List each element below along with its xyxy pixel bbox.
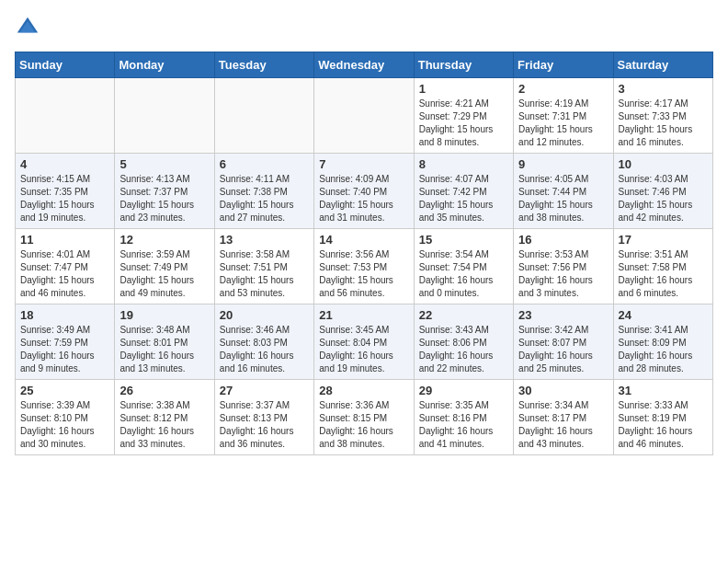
calendar-cell: 15Sunrise: 3:54 AM Sunset: 7:54 PM Dayli… — [414, 229, 513, 304]
day-detail: Sunrise: 3:59 AM Sunset: 7:49 PM Dayligh… — [119, 248, 209, 300]
day-number: 5 — [119, 157, 209, 171]
weekday-header-saturday: Saturday — [613, 52, 712, 78]
day-number: 30 — [518, 384, 608, 397]
week-row-4: 25Sunrise: 3:39 AM Sunset: 8:10 PM Dayli… — [16, 380, 713, 455]
day-number: 15 — [419, 233, 508, 247]
calendar-cell: 20Sunrise: 3:46 AM Sunset: 8:03 PM Dayli… — [214, 304, 313, 380]
day-number: 17 — [619, 233, 708, 247]
day-detail: Sunrise: 3:33 AM Sunset: 8:19 PM Dayligh… — [619, 399, 708, 451]
day-detail: Sunrise: 3:36 AM Sunset: 8:15 PM Dayligh… — [319, 399, 408, 451]
calendar-cell — [214, 78, 313, 154]
day-detail: Sunrise: 3:48 AM Sunset: 8:01 PM Dayligh… — [119, 324, 209, 375]
day-number: 4 — [20, 157, 109, 171]
day-number: 1 — [419, 82, 508, 96]
calendar-cell: 19Sunrise: 3:48 AM Sunset: 8:01 PM Dayli… — [115, 304, 214, 380]
day-detail: Sunrise: 3:37 AM Sunset: 8:13 PM Dayligh… — [220, 399, 309, 451]
day-detail: Sunrise: 3:45 AM Sunset: 8:04 PM Dayligh… — [319, 324, 408, 375]
day-number: 26 — [119, 384, 209, 397]
calendar-cell: 28Sunrise: 3:36 AM Sunset: 8:15 PM Dayli… — [314, 380, 414, 455]
calendar-cell — [314, 78, 414, 154]
day-detail: Sunrise: 3:46 AM Sunset: 8:03 PM Dayligh… — [220, 324, 309, 375]
day-number: 31 — [619, 384, 708, 397]
calendar-cell: 3Sunrise: 4:17 AM Sunset: 7:33 PM Daylig… — [613, 78, 712, 154]
day-number: 2 — [518, 82, 608, 96]
calendar-cell: 6Sunrise: 4:11 AM Sunset: 7:38 PM Daylig… — [214, 154, 313, 229]
weekday-header-thursday: Thursday — [414, 52, 513, 78]
day-number: 28 — [319, 384, 408, 397]
calendar-cell: 30Sunrise: 3:34 AM Sunset: 8:17 PM Dayli… — [514, 380, 613, 455]
calendar: SundayMondayTuesdayWednesdayThursdayFrid… — [15, 52, 713, 455]
day-detail: Sunrise: 3:54 AM Sunset: 7:54 PM Dayligh… — [419, 248, 508, 300]
day-detail: Sunrise: 3:35 AM Sunset: 8:16 PM Dayligh… — [419, 399, 508, 451]
day-detail: Sunrise: 4:17 AM Sunset: 7:33 PM Dayligh… — [619, 98, 708, 149]
week-row-1: 4Sunrise: 4:15 AM Sunset: 7:35 PM Daylig… — [16, 154, 713, 229]
day-detail: Sunrise: 3:56 AM Sunset: 7:53 PM Dayligh… — [319, 248, 408, 300]
day-number: 3 — [619, 82, 708, 96]
day-number: 19 — [119, 308, 209, 322]
day-number: 20 — [220, 308, 309, 322]
day-detail: Sunrise: 3:53 AM Sunset: 7:56 PM Dayligh… — [518, 248, 608, 300]
day-detail: Sunrise: 3:34 AM Sunset: 8:17 PM Dayligh… — [518, 399, 608, 451]
calendar-cell: 22Sunrise: 3:43 AM Sunset: 8:06 PM Dayli… — [414, 304, 513, 380]
calendar-cell: 12Sunrise: 3:59 AM Sunset: 7:49 PM Dayli… — [115, 229, 214, 304]
week-row-3: 18Sunrise: 3:49 AM Sunset: 7:59 PM Dayli… — [16, 304, 713, 380]
calendar-cell: 7Sunrise: 4:09 AM Sunset: 7:40 PM Daylig… — [314, 154, 414, 229]
calendar-cell: 17Sunrise: 3:51 AM Sunset: 7:58 PM Dayli… — [613, 229, 712, 304]
calendar-cell: 24Sunrise: 3:41 AM Sunset: 8:09 PM Dayli… — [613, 304, 712, 380]
day-detail: Sunrise: 3:49 AM Sunset: 7:59 PM Dayligh… — [20, 324, 109, 375]
day-detail: Sunrise: 3:39 AM Sunset: 8:10 PM Dayligh… — [20, 399, 109, 451]
day-number: 7 — [319, 157, 408, 171]
day-detail: Sunrise: 3:38 AM Sunset: 8:12 PM Dayligh… — [119, 399, 209, 451]
day-number: 16 — [518, 233, 608, 247]
calendar-cell: 16Sunrise: 3:53 AM Sunset: 7:56 PM Dayli… — [514, 229, 613, 304]
calendar-cell: 31Sunrise: 3:33 AM Sunset: 8:19 PM Dayli… — [613, 380, 712, 455]
calendar-cell: 25Sunrise: 3:39 AM Sunset: 8:10 PM Dayli… — [16, 380, 115, 455]
weekday-header-tuesday: Tuesday — [214, 52, 313, 78]
week-row-0: 1Sunrise: 4:21 AM Sunset: 7:29 PM Daylig… — [16, 78, 713, 154]
day-number: 11 — [20, 233, 109, 247]
day-number: 24 — [619, 308, 708, 322]
day-number: 6 — [220, 157, 309, 171]
weekday-header-row: SundayMondayTuesdayWednesdayThursdayFrid… — [16, 52, 713, 78]
day-number: 22 — [419, 308, 508, 322]
calendar-cell: 29Sunrise: 3:35 AM Sunset: 8:16 PM Dayli… — [414, 380, 513, 455]
calendar-cell: 5Sunrise: 4:13 AM Sunset: 7:37 PM Daylig… — [115, 154, 214, 229]
day-number: 21 — [319, 308, 408, 322]
calendar-cell — [16, 78, 115, 154]
calendar-cell: 26Sunrise: 3:38 AM Sunset: 8:12 PM Dayli… — [115, 380, 214, 455]
day-number: 23 — [518, 308, 608, 322]
calendar-cell: 27Sunrise: 3:37 AM Sunset: 8:13 PM Dayli… — [214, 380, 313, 455]
day-number: 18 — [20, 308, 109, 322]
calendar-cell: 10Sunrise: 4:03 AM Sunset: 7:46 PM Dayli… — [613, 154, 712, 229]
day-number: 29 — [419, 384, 508, 397]
day-detail: Sunrise: 4:07 AM Sunset: 7:42 PM Dayligh… — [419, 173, 508, 224]
calendar-cell: 8Sunrise: 4:07 AM Sunset: 7:42 PM Daylig… — [414, 154, 513, 229]
calendar-cell: 9Sunrise: 4:05 AM Sunset: 7:44 PM Daylig… — [514, 154, 613, 229]
calendar-cell: 11Sunrise: 4:01 AM Sunset: 7:47 PM Dayli… — [16, 229, 115, 304]
calendar-body: 1Sunrise: 4:21 AM Sunset: 7:29 PM Daylig… — [16, 78, 713, 455]
day-detail: Sunrise: 4:19 AM Sunset: 7:31 PM Dayligh… — [518, 98, 608, 149]
day-number: 12 — [119, 233, 209, 247]
day-detail: Sunrise: 3:42 AM Sunset: 8:07 PM Dayligh… — [518, 324, 608, 375]
logo-icon — [15, 15, 40, 40]
day-detail: Sunrise: 4:11 AM Sunset: 7:38 PM Dayligh… — [220, 173, 309, 224]
day-number: 27 — [220, 384, 309, 397]
day-detail: Sunrise: 4:01 AM Sunset: 7:47 PM Dayligh… — [20, 248, 109, 300]
calendar-header: SundayMondayTuesdayWednesdayThursdayFrid… — [16, 52, 713, 78]
weekday-header-sunday: Sunday — [16, 52, 115, 78]
week-row-2: 11Sunrise: 4:01 AM Sunset: 7:47 PM Dayli… — [16, 229, 713, 304]
day-detail: Sunrise: 3:41 AM Sunset: 8:09 PM Dayligh… — [619, 324, 708, 375]
calendar-cell — [115, 78, 214, 154]
calendar-cell: 21Sunrise: 3:45 AM Sunset: 8:04 PM Dayli… — [314, 304, 414, 380]
calendar-cell: 14Sunrise: 3:56 AM Sunset: 7:53 PM Dayli… — [314, 229, 414, 304]
day-detail: Sunrise: 4:05 AM Sunset: 7:44 PM Dayligh… — [518, 173, 608, 224]
day-detail: Sunrise: 4:21 AM Sunset: 7:29 PM Dayligh… — [419, 98, 508, 149]
day-number: 10 — [619, 157, 708, 171]
day-number: 25 — [20, 384, 109, 397]
logo — [15, 15, 44, 40]
day-number: 9 — [518, 157, 608, 171]
calendar-cell: 4Sunrise: 4:15 AM Sunset: 7:35 PM Daylig… — [16, 154, 115, 229]
weekday-header-monday: Monday — [115, 52, 214, 78]
page-header — [15, 15, 713, 40]
calendar-cell: 2Sunrise: 4:19 AM Sunset: 7:31 PM Daylig… — [514, 78, 613, 154]
